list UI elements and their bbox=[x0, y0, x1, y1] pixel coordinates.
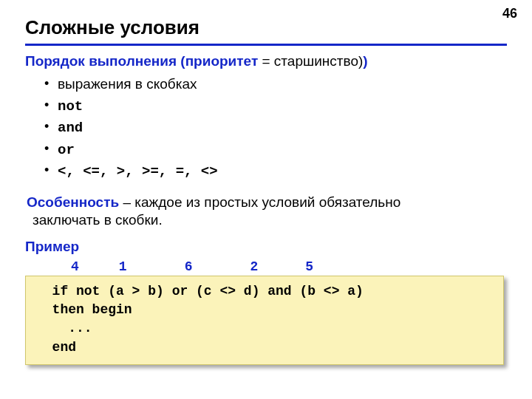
bullet-comparisons: <, <=, >, >=, =, <> bbox=[44, 160, 507, 183]
feature-text-1: каждое из простых условий обязательно bbox=[134, 194, 400, 210]
example-label: Пример bbox=[25, 239, 507, 255]
bullet-text: выражения в скобках bbox=[58, 76, 197, 92]
digit-2: 2 bbox=[250, 259, 297, 274]
bullet-or: or bbox=[44, 139, 507, 161]
digit-4: 4 bbox=[71, 259, 111, 274]
code-box: if not (a > b) or (c <> d) and (b <> a) … bbox=[25, 276, 504, 365]
slide-title: Сложные условия bbox=[25, 16, 507, 42]
feature-line-2: заключать в скобки. bbox=[33, 212, 507, 228]
bullet-parentheses: выражения в скобках bbox=[44, 74, 507, 95]
title-underline bbox=[25, 44, 507, 46]
feature-line-1: Особенность – каждое из простых условий … bbox=[27, 193, 507, 213]
priority-digits-row: 4 1 6 2 5 bbox=[71, 259, 507, 274]
order-heading-suffix: = старшинство) bbox=[258, 53, 363, 69]
order-heading: Порядок выполнения (приоритет = старшинс… bbox=[25, 53, 507, 69]
slide: 46 Сложные условия Порядок выполнения (п… bbox=[0, 0, 532, 399]
bullet-and: and bbox=[44, 117, 507, 139]
feature-dash: – bbox=[119, 194, 134, 210]
bullet-text: and bbox=[58, 120, 83, 136]
digit-5: 5 bbox=[305, 259, 375, 274]
bullet-text: <, <=, >, >=, =, <> bbox=[58, 163, 218, 180]
feature-lead: Особенность bbox=[27, 194, 119, 210]
bullet-text: not bbox=[58, 98, 83, 115]
bullet-not: not bbox=[44, 95, 507, 117]
bullet-text: or bbox=[58, 142, 75, 158]
digit-1: 1 bbox=[119, 259, 177, 274]
order-heading-close: ) bbox=[363, 53, 367, 69]
order-heading-lead: Порядок выполнения (приоритет bbox=[25, 53, 258, 69]
page-number: 46 bbox=[502, 6, 517, 21]
digit-6: 6 bbox=[185, 259, 242, 274]
order-bullets: выражения в скобках not and or <, <=, >,… bbox=[44, 74, 507, 183]
